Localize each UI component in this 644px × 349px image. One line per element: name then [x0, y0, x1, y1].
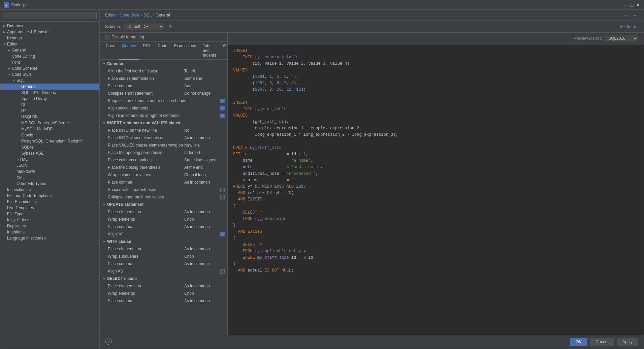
set-from-link[interactable]: Set from... — [620, 24, 638, 29]
sidebar-item-label-live-templates: Live Templates — [7, 205, 34, 210]
tree-action-inspections[interactable]: ⚙ — [28, 188, 32, 192]
sidebar-item-db2[interactable]: Db2 — [0, 102, 99, 108]
keep-section-checkbox[interactable]: ✓ — [220, 99, 225, 103]
tab-ddl[interactable]: DDL — [139, 42, 154, 60]
sidebar-item-editor[interactable]: ▼Editor — [0, 41, 99, 47]
setting-update-wrap-elements: Wrap elements Chop — [100, 216, 227, 223]
sidebar-item-inlay-hints[interactable]: Inlay Hints⚙ — [0, 217, 99, 223]
preview-code: INSERT INTO my_temporary_table (id, valu… — [228, 44, 644, 335]
sidebar-item-live-templates[interactable]: Live Templates — [0, 205, 99, 211]
sidebar-item-sql2016-generic[interactable]: SQL:2016, Generic — [0, 90, 99, 96]
tab-queries[interactable]: Queries — [119, 42, 139, 60]
preview-dialect-select[interactable]: SQL2016 — [605, 35, 638, 42]
sidebar-item-color-scheme[interactable]: ▶Color Scheme — [0, 65, 99, 71]
setting-place-closing-paren: Place the closing parenthesis At the end — [100, 164, 227, 171]
sidebar-item-markdown[interactable]: Markdown — [0, 168, 99, 174]
sidebar-item-sql[interactable]: ▼SQL — [0, 77, 99, 84]
breadcrumb-editor[interactable]: Editor — [105, 13, 116, 18]
align-as-checkbox[interactable] — [220, 269, 225, 274]
sidebar-item-json[interactable]: JSON — [0, 162, 99, 168]
minimize-button[interactable]: ─ — [623, 3, 628, 7]
sidebar-item-file-code-templates[interactable]: File and Code Templates — [0, 193, 99, 199]
scheme-gear-button[interactable]: ⚙ — [167, 24, 174, 29]
tree-action-file-encodings[interactable]: ⚙ — [34, 200, 38, 204]
setting-spaces-within-parens: Spaces within parentheses — [100, 186, 227, 193]
close-button[interactable]: ✕ — [636, 3, 640, 7]
sidebar-item-inspections[interactable]: Inspections⚙ — [0, 187, 99, 193]
sidebar-item-file-types[interactable]: File Types — [0, 211, 99, 217]
section-common-header[interactable]: ▼ Common — [100, 60, 227, 67]
section-with-header[interactable]: ▼ WITH clause — [100, 238, 227, 245]
sidebar-item-apache-derby[interactable]: Apache Derby — [0, 96, 99, 102]
preview-panel: Preview dialect: SQL2016 INSERT INTO my_… — [228, 33, 644, 335]
sidebar-item-label-xml: XML — [17, 175, 25, 180]
ok-button[interactable]: OK — [570, 338, 587, 346]
tree-action-language-injections[interactable]: ⚙ — [43, 236, 47, 240]
align-section-checkbox[interactable]: ✓ — [220, 106, 225, 110]
sidebar-item-label-postgresql: PostgreSQL, Greenplum, Redshift — [21, 139, 83, 144]
align-comments-checkbox[interactable]: ✓ — [220, 114, 225, 118]
sidebar-item-label-apache-derby: Apache Derby — [21, 96, 47, 101]
nav-forward-button[interactable]: → — [631, 12, 638, 18]
sidebar-item-label-markdown: Markdown — [17, 169, 35, 174]
sidebar-item-language-injections[interactable]: Language Injections⚙ — [0, 235, 99, 241]
sidebar-item-sybase-ase[interactable]: Sybase ASE — [0, 150, 99, 156]
sidebar-item-ms-sql-server[interactable]: MS SQL Server, MS Azure — [0, 120, 99, 126]
sidebar-item-code-editing[interactable]: Code Editing — [0, 53, 99, 59]
sidebar-item-label-other-file-types: Other File Types — [17, 181, 46, 186]
sidebar-item-hsqldb[interactable]: HSQLDB — [0, 114, 99, 120]
sidebar-item-general[interactable]: ▶General — [0, 47, 99, 53]
tab-expressions[interactable]: Expressions — [171, 42, 199, 60]
sidebar-item-appearance-behavior[interactable]: ▶Appearance & Behavior — [0, 29, 99, 35]
sidebar-item-font[interactable]: Font — [0, 59, 99, 65]
sidebar-tree: ▶Database▶Appearance & BehaviorKeymap▼Ed… — [0, 22, 99, 349]
align-eq-checkbox[interactable]: ✓ — [220, 232, 225, 236]
collapse-multirow-checkbox[interactable] — [220, 195, 225, 199]
sidebar-item-xml[interactable]: XML — [0, 174, 99, 181]
disable-formatting-checkbox[interactable] — [105, 35, 109, 39]
breadcrumb-codestyle[interactable]: Code Style — [120, 13, 139, 18]
help-button[interactable]: ? — [105, 338, 112, 345]
sidebar-item-keymap[interactable]: Keymap — [0, 35, 99, 41]
sidebar-item-label-json: JSON — [17, 163, 27, 168]
disable-formatting-label[interactable]: Disable formatting — [111, 35, 144, 39]
tab-wrapping[interactable]: Wrapping — [220, 42, 228, 60]
sidebar-item-code-style[interactable]: ▼Code Style — [0, 71, 99, 77]
sidebar-item-mysql-mariadb[interactable]: MySQL, MariaDB — [0, 126, 99, 132]
spaces-parens-checkbox[interactable] — [220, 188, 225, 192]
sidebar-item-general-sql[interactable]: General — [0, 84, 99, 90]
scheme-select[interactable]: Default IDE — [124, 23, 164, 30]
section-insert-header[interactable]: ▼ INSERT statement and VALUES clause — [100, 119, 227, 127]
section-select-label: SELECT clause — [107, 276, 137, 281]
setting-collapse-multirow: Collapse short multi-row values — [100, 193, 227, 201]
sidebar-item-label-sql2016-generic: SQL:2016, Generic — [21, 90, 56, 95]
section-select-header[interactable]: ▼ SELECT clause — [100, 275, 227, 282]
sidebar-item-intentions[interactable]: Intentions — [0, 229, 99, 235]
breadcrumb-sql[interactable]: SQL — [143, 13, 152, 18]
sidebar-item-h2[interactable]: H2 — [0, 108, 99, 114]
apply-button[interactable]: Apply — [617, 338, 638, 346]
search-input[interactable] — [3, 12, 97, 19]
cancel-button[interactable]: Cancel — [590, 338, 614, 346]
sidebar-item-oracle[interactable]: Oracle — [0, 132, 99, 138]
sidebar-item-database[interactable]: ▶Database — [0, 23, 99, 29]
setting-with-place-comma: Place comma As in common — [100, 260, 227, 267]
maximize-button[interactable]: □ — [630, 3, 634, 7]
sidebar-item-html[interactable]: HTML — [0, 156, 99, 162]
breadcrumb: Editor › Code Style › SQL › General — [105, 13, 170, 18]
sidebar-item-other-file-types[interactable]: Other File Types — [0, 181, 99, 187]
sidebar-item-postgresql[interactable]: PostgreSQL, Greenplum, Redshift — [0, 138, 99, 144]
sidebar-item-label-oracle: Oracle — [21, 133, 33, 137]
sidebar-item-file-encodings[interactable]: File Encodings⚙ — [0, 199, 99, 205]
tree-action-inlay-hints[interactable]: ⚙ — [26, 218, 30, 222]
section-update-header[interactable]: ▼ UPDATE statement — [100, 201, 227, 208]
tab-case[interactable]: Case — [102, 42, 119, 60]
sidebar-item-duplicates[interactable]: Duplicates — [0, 223, 99, 229]
sidebar-item-label-editor: Editor — [7, 42, 18, 46]
nav-back-button[interactable]: ← — [622, 12, 630, 18]
section-update-label: UPDATE statement — [107, 202, 143, 207]
tab-tabs-indents[interactable]: Tabs and Indents — [199, 42, 219, 60]
breadcrumb-sep-1: › — [117, 13, 118, 18]
tab-code[interactable]: Code — [154, 42, 171, 60]
sidebar-item-sqlite[interactable]: SQLite — [0, 144, 99, 150]
